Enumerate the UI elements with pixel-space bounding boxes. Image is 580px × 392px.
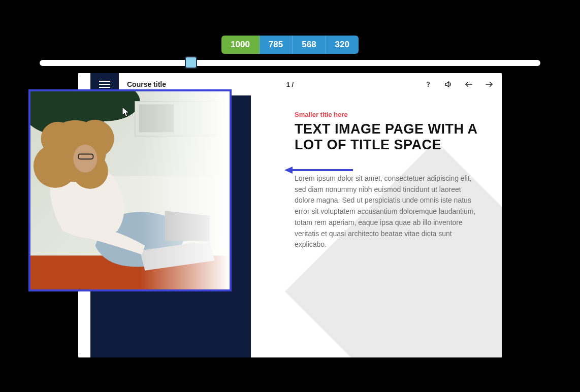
help-icon[interactable] [424, 80, 433, 89]
page-indicator: 1 / [286, 81, 294, 88]
width-slider-track[interactable] [40, 60, 540, 66]
breakpoint-320[interactable]: 320 [326, 36, 359, 54]
page-title: TEXT IMAGE PAGE WITH A LOT OF TITLE SPAC… [295, 121, 481, 153]
topbar-icons [424, 80, 494, 89]
text-column: Smaller title here TEXT IMAGE PAGE WITH … [295, 111, 481, 250]
svg-point-0 [428, 86, 429, 86]
breakpoint-785[interactable]: 785 [260, 36, 293, 54]
arrow-right-icon[interactable] [485, 80, 494, 89]
menu-icon [99, 81, 110, 88]
image-block-selected[interactable] [28, 89, 232, 291]
svg-marker-1 [445, 82, 449, 87]
content-area: Smaller title here TEXT IMAGE PAGE WITH … [251, 95, 502, 357]
svg-rect-21 [30, 91, 230, 289]
arrow-left-icon[interactable] [464, 80, 473, 89]
breakpoint-1000[interactable]: 1000 [221, 36, 260, 54]
small-title: Smaller title here [295, 111, 481, 118]
breakpoint-selector: 1000 785 568 320 [221, 36, 359, 54]
annotation-arrow [284, 165, 356, 175]
sound-icon[interactable] [444, 80, 453, 89]
body-text: Lorem ipsum dolor sit amet, consectetuer… [295, 173, 477, 250]
course-title: Course title [127, 80, 166, 88]
svg-marker-23 [284, 167, 293, 174]
breakpoint-568[interactable]: 568 [293, 36, 326, 54]
image-placeholder [30, 91, 230, 289]
width-slider-thumb[interactable] [185, 56, 197, 69]
mouse-cursor [122, 107, 130, 118]
